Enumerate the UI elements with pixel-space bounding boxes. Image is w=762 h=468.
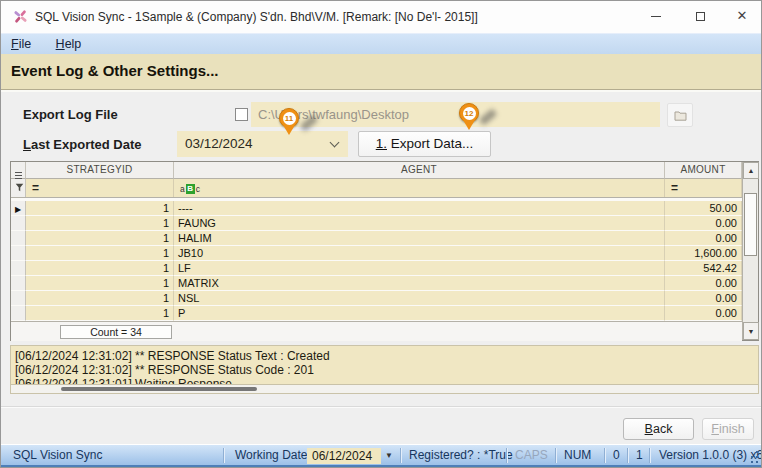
log-output-panel[interactable]: [06/12/2024 12:31:02] ** RESPONSE Status… <box>10 345 759 394</box>
export-log-file-label: Export Log File <box>23 107 118 122</box>
statusbar-separator <box>627 448 628 463</box>
funnel-icon <box>15 183 24 192</box>
pin-number: 12 <box>463 107 476 120</box>
filter-row-header <box>11 179 26 197</box>
table-row[interactable]: 1 P 0.00 <box>11 306 742 321</box>
arrow-down-icon: ▼ <box>748 328 755 335</box>
browse-button[interactable] <box>667 103 693 127</box>
row-header <box>11 261 26 276</box>
statusbar-separator <box>649 448 650 463</box>
working-date-label: Working Date : <box>235 445 314 466</box>
maximize-button[interactable] <box>683 1 717 31</box>
working-date-value[interactable]: 06/12/2024 <box>307 448 381 464</box>
grid-header-row: STRATEGYID AGENT AMOUNT <box>11 162 742 179</box>
row-header <box>11 231 26 246</box>
row-header <box>11 216 26 231</box>
minimize-icon <box>651 16 661 18</box>
annotation-pin-11: 11 <box>279 108 299 141</box>
statusbar-app-name: SQL Vision Sync <box>13 445 102 466</box>
filter-amount[interactable]: = <box>665 179 742 197</box>
statusbar-separator <box>223 448 224 463</box>
menu-help[interactable]: Help <box>46 34 92 55</box>
scrollbar-thumb[interactable] <box>61 387 257 391</box>
version-text: Version 1.0.0 (3) x64 <box>659 445 762 466</box>
filter-strategyid[interactable]: = <box>26 179 174 197</box>
grid-vertical-scrollbar[interactable]: ▲ ▼ <box>742 162 758 340</box>
counter-one: 1 <box>636 445 643 466</box>
pin-number: 11 <box>283 112 296 125</box>
column-header-strategyid[interactable]: STRATEGYID <box>26 162 174 179</box>
table-row[interactable]: 1 HALIM 0.00 <box>11 231 742 246</box>
pin-tail-icon <box>463 120 475 136</box>
working-date-dropdown-icon[interactable]: ▼ <box>382 448 396 464</box>
grid-corner-header[interactable] <box>11 162 26 179</box>
window-title: SQL Vision Sync - 1Sample & (Company) S'… <box>35 10 478 24</box>
table-row[interactable]: 1 JB10 1,600.00 <box>11 246 742 261</box>
back-button[interactable]: Back <box>623 418 694 440</box>
row-count-badge: Count = 34 <box>60 325 172 339</box>
chevron-down-icon[interactable] <box>330 138 340 148</box>
scrollbar-thumb[interactable] <box>744 193 757 256</box>
log-horizontal-scrollbar[interactable] <box>11 384 758 393</box>
filter-agent[interactable]: aBc <box>174 179 665 197</box>
strategy-grid: STRATEGYID AGENT AMOUNT = aBc = ▶ 1 ----… <box>10 161 759 341</box>
log-line: [06/12/2024 12:31:02] ** RESPONSE Status… <box>11 349 758 363</box>
grid-footer: Count = 34 <box>11 321 742 341</box>
statusbar-separator <box>555 448 556 463</box>
band-divider <box>1 90 761 92</box>
statusbar-separator <box>400 448 401 463</box>
row-header <box>11 246 26 261</box>
scroll-up-button[interactable]: ▲ <box>743 162 759 179</box>
last-exported-date-label: Last Exported Date <box>23 137 142 152</box>
last-exported-date-combo[interactable]: 03/12/2024 <box>177 131 348 157</box>
resize-grip-icon[interactable] <box>756 451 758 453</box>
column-header-amount[interactable]: AMOUNT <box>665 162 742 179</box>
finish-button[interactable]: Finish <box>702 418 754 440</box>
statusbar-separator <box>506 448 507 463</box>
row-indicator: ▶ <box>11 201 26 216</box>
export-log-checkbox[interactable] <box>235 108 248 121</box>
pin-tail-icon <box>283 125 295 141</box>
button-area-divider <box>1 406 761 408</box>
column-header-agent[interactable]: AGENT <box>174 162 665 179</box>
row-header <box>11 306 26 321</box>
menu-bar: File Help <box>1 33 761 54</box>
close-icon: ✕ <box>737 8 748 23</box>
app-pinwheel-icon <box>13 9 28 24</box>
contains-filter-icon: B <box>186 184 195 194</box>
statusbar-separator <box>604 448 605 463</box>
row-header <box>11 276 26 291</box>
status-bar: SQL Vision Sync Working Date : 06/12/202… <box>1 444 761 467</box>
log-line: [06/12/2024 12:31:02] ** RESPONSE Status… <box>11 363 758 377</box>
menu-file[interactable]: File <box>1 34 41 55</box>
grid-body: ▶ 1 ---- 50.00 1 FAUNG 0.00 1 HALIM 0.00… <box>11 201 742 321</box>
grid-filter-row: = aBc = <box>11 179 742 198</box>
annotation-pin-12: 12 <box>459 103 479 136</box>
maximize-icon <box>696 12 705 21</box>
minimize-button[interactable] <box>639 1 673 31</box>
table-row[interactable]: 1 NSL 0.00 <box>11 291 742 306</box>
table-row[interactable]: 1 LF 542.42 <box>11 261 742 276</box>
counter-zero: 0 <box>613 445 620 466</box>
table-row[interactable]: 1 FAUNG 0.00 <box>11 216 742 231</box>
row-header <box>11 291 26 306</box>
table-row[interactable]: ▶ 1 ---- 50.00 <box>11 201 742 216</box>
table-row[interactable]: 1 MATRIX 0.00 <box>11 276 742 291</box>
close-button[interactable]: ✕ <box>725 1 759 31</box>
num-indicator: NUM <box>564 445 591 466</box>
folder-icon <box>674 110 687 121</box>
arrow-up-icon: ▲ <box>748 167 755 174</box>
title-bar: SQL Vision Sync - 1Sample & (Company) S'… <box>1 1 761 33</box>
registered-status: Registered? : *True <box>409 445 513 466</box>
caps-indicator: CAPS <box>515 445 548 466</box>
current-row-arrow-icon: ▶ <box>15 205 21 214</box>
last-exported-date-value: 03/12/2024 <box>185 136 253 151</box>
scroll-down-button[interactable]: ▼ <box>743 322 759 340</box>
list-icon <box>15 172 22 173</box>
page-title: Event Log & Other Settings... <box>11 62 219 79</box>
app-window: SQL Vision Sync - 1Sample & (Company) S'… <box>0 0 762 468</box>
heading-band: Event Log & Other Settings... <box>1 54 761 90</box>
